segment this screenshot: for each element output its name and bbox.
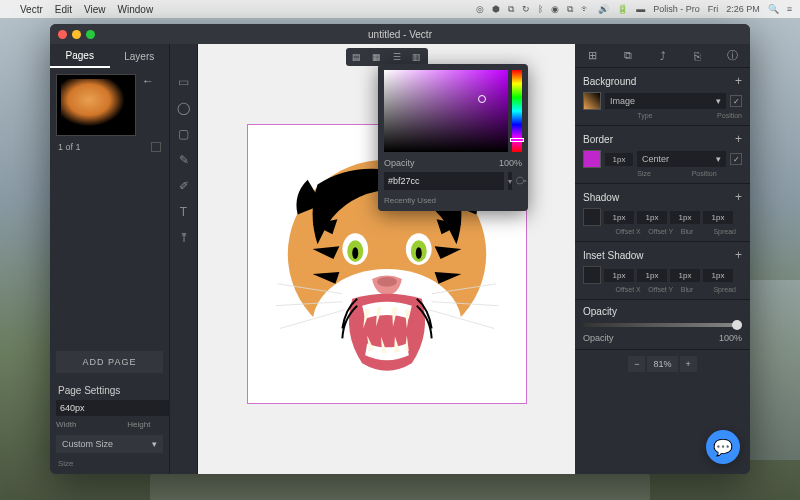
border-color-swatch[interactable]	[583, 150, 601, 168]
tool-pen[interactable]: ✎	[176, 152, 192, 168]
shadow-offsety-input[interactable]	[637, 211, 667, 224]
tool-rounded-rect[interactable]: ▢	[176, 126, 192, 142]
back-arrow-icon[interactable]: ←	[140, 74, 156, 88]
chat-help-button[interactable]: 💬	[706, 430, 740, 464]
tool-rectangle[interactable]: ▭	[176, 74, 192, 90]
flag-icon[interactable]: ▬	[636, 4, 645, 14]
saturation-value-field[interactable]	[384, 70, 508, 152]
hex-input[interactable]	[384, 172, 504, 190]
titlebar[interactable]: untitled - Vectr	[50, 24, 750, 44]
maximize-window-button[interactable]	[86, 30, 95, 39]
add-border-button[interactable]: +	[735, 132, 742, 146]
tool-ellipse[interactable]: ◯	[176, 100, 192, 116]
hue-slider[interactable]	[512, 70, 522, 152]
inset-spread-input[interactable]	[703, 269, 733, 282]
dropbox-icon[interactable]: ⧉	[508, 4, 514, 15]
export-icon[interactable]: ⤴	[645, 44, 680, 67]
menu-view[interactable]: View	[84, 4, 106, 15]
minimize-window-button[interactable]	[72, 30, 81, 39]
inset-offsety-input[interactable]	[637, 269, 667, 282]
border-size-input[interactable]	[605, 153, 633, 166]
add-shadow-button[interactable]: +	[735, 190, 742, 204]
bluetooth-icon[interactable]: ᛒ	[538, 4, 543, 14]
tool-text[interactable]: T	[176, 204, 192, 220]
wifi-icon[interactable]: ◉	[551, 4, 559, 14]
menu-edit[interactable]: Edit	[55, 4, 72, 15]
align-left-icon[interactable]: ▤	[348, 50, 366, 64]
add-page-button[interactable]: ADD PAGE	[56, 351, 163, 373]
opacity-slider[interactable]	[583, 323, 742, 327]
zoom-value[interactable]: 81%	[647, 356, 677, 372]
opacity-label: Opacity	[384, 158, 415, 168]
page-thumbnail[interactable]	[56, 74, 136, 136]
battery-icon[interactable]: 🔋	[617, 4, 628, 14]
tool-strip: ▭ ◯ ▢ ✎ ✐ T ⤒	[170, 44, 198, 474]
input-lang[interactable]: Polish - Pro	[653, 4, 700, 14]
background-title: Background	[583, 76, 636, 87]
shadow-offsetx-input[interactable]	[604, 211, 634, 224]
color-picker-popover: Opacity 100% ▾ ⧃ Recently Used	[378, 64, 528, 211]
shadow-title: Shadow	[583, 192, 619, 203]
wifi-icon[interactable]: ᯤ	[581, 4, 590, 14]
left-panel: Pages Layers ← 1 of 1 ADD PAGE Page Sett…	[50, 44, 170, 474]
page-options-icon[interactable]	[151, 142, 161, 152]
svg-point-7	[415, 247, 421, 259]
tab-layers[interactable]: Layers	[110, 44, 170, 68]
menubar-day[interactable]: Fri	[708, 4, 719, 14]
tab-pages[interactable]: Pages	[50, 44, 110, 68]
menu-window[interactable]: Window	[118, 4, 154, 15]
background-visible-checkbox[interactable]: ✓	[730, 95, 742, 107]
status-icon[interactable]: ◎	[476, 4, 484, 14]
zoom-in-button[interactable]: +	[680, 356, 697, 372]
inset-shadow-section: Inset Shadow + Offset XOffset YBlurSprea…	[575, 242, 750, 300]
zoom-out-button[interactable]: −	[628, 356, 645, 372]
background-type-select[interactable]: Image▾	[605, 93, 726, 109]
wifi-icon[interactable]: ⧉	[567, 4, 573, 15]
eyedropper-icon[interactable]: ⧃	[516, 172, 527, 190]
inset-blur-input[interactable]	[670, 269, 700, 282]
grid-icon[interactable]: ⊞	[575, 44, 610, 67]
info-icon[interactable]: ⓘ	[715, 44, 750, 67]
height-label: Height	[127, 420, 163, 429]
close-window-button[interactable]	[58, 30, 67, 39]
align-right-icon[interactable]: ▥	[408, 50, 426, 64]
menu-app-name[interactable]: Vectr	[20, 4, 43, 15]
shadow-color-swatch[interactable]	[583, 208, 601, 226]
status-icon[interactable]: ↻	[522, 4, 530, 14]
background-swatch[interactable]	[583, 92, 601, 110]
status-icon[interactable]: ⬢	[492, 4, 500, 14]
inset-offsetx-input[interactable]	[604, 269, 634, 282]
notification-icon[interactable]: ≡	[787, 4, 792, 14]
color-format-toggle[interactable]: ▾	[508, 172, 512, 190]
width-input[interactable]	[56, 400, 176, 416]
border-section: Border + Center▾ ✓ SizePosition	[575, 126, 750, 184]
chevron-down-icon: ▾	[152, 439, 157, 449]
opacity-title: Opacity	[583, 306, 617, 317]
menubar-time[interactable]: 2:26 PM	[726, 4, 760, 14]
add-inset-shadow-button[interactable]: +	[735, 248, 742, 262]
tool-upload[interactable]: ⤒	[176, 230, 192, 246]
volume-icon[interactable]: 🔊	[598, 4, 609, 14]
shadow-spread-input[interactable]	[703, 211, 733, 224]
inset-shadow-color-swatch[interactable]	[583, 266, 601, 284]
border-title: Border	[583, 134, 613, 145]
opacity-sub-label: Opacity	[583, 333, 614, 343]
shadow-blur-input[interactable]	[670, 211, 700, 224]
arrange-icon[interactable]: ⧉	[610, 44, 645, 67]
align-center-icon[interactable]: ▦	[368, 50, 386, 64]
tool-pencil[interactable]: ✐	[176, 178, 192, 194]
vectr-window: untitled - Vectr Pages Layers ← 1 of 1 A…	[50, 24, 750, 474]
size-preset-dropdown[interactable]: Custom Size ▾	[56, 435, 163, 453]
border-position-select[interactable]: Center▾	[637, 151, 726, 167]
canvas-area[interactable]: ▤ ▦ ☰ ▥	[198, 44, 575, 474]
zoom-controls: − 81% +	[575, 350, 750, 378]
spotlight-icon[interactable]: 🔍	[768, 4, 779, 14]
macos-menubar: Vectr Edit View Window ◎ ⬢ ⧉ ↻ ᛒ ◉ ⧉ ᯤ 🔊…	[0, 0, 800, 18]
svg-point-6	[352, 247, 358, 259]
macos-dock[interactable]	[150, 470, 650, 500]
right-panel: ⊞ ⧉ ⤴ ⎘ ⓘ Background + Image▾ ✓ TypePosi…	[575, 44, 750, 474]
border-visible-checkbox[interactable]: ✓	[730, 153, 742, 165]
share-icon[interactable]: ⎘	[680, 44, 715, 67]
align-middle-icon[interactable]: ☰	[388, 50, 406, 64]
add-background-button[interactable]: +	[735, 74, 742, 88]
